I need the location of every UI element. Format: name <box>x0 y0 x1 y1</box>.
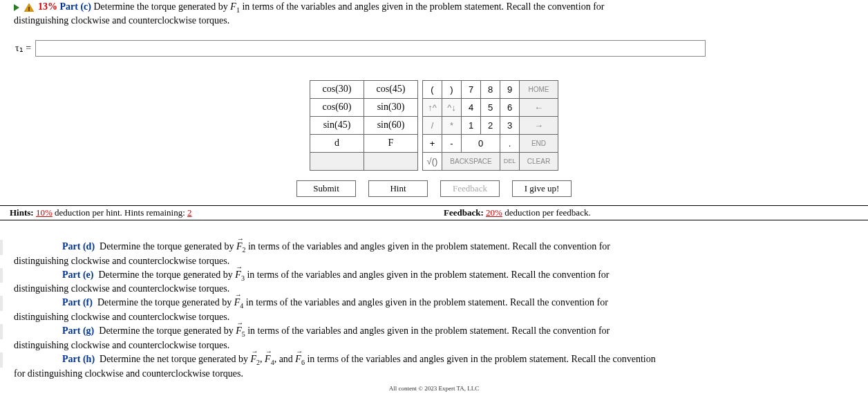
action-buttons-row: Submit Hint Feedback I give up! <box>0 180 868 197</box>
hints-info: Hints: 10% deduction per hint. Hints rem… <box>0 207 434 218</box>
key-del[interactable]: DEL <box>500 152 520 170</box>
key-cos60[interactable]: cos(60) <box>310 98 364 116</box>
keypad-area: cos(30) cos(45) cos(60) sin(30) sin(45) … <box>0 80 868 171</box>
part-f-continuation: distinguishing clockwise and countercloc… <box>0 312 868 324</box>
key-cos45[interactable]: cos(45) <box>364 80 418 98</box>
part-c-header: ! 13% Part (c) Determine the torque gene… <box>0 0 868 15</box>
footer-copyright: All content © 2023 Expert TA, LLC <box>0 385 868 392</box>
blank-cell <box>310 152 364 170</box>
key-5[interactable]: 5 <box>481 98 500 116</box>
part-f-row[interactable]: Part (f) Determine the torque generated … <box>0 296 868 311</box>
key-end[interactable]: END <box>520 134 558 152</box>
tau-label: τ₁ = <box>15 42 31 54</box>
part-c-text: Determine the torque generated by F1 in … <box>93 1 604 12</box>
key-sin30[interactable]: sin(30) <box>364 98 418 116</box>
key-minus[interactable]: - <box>442 134 462 152</box>
part-g-row[interactable]: Part (g) Determine the torque generated … <box>0 324 868 339</box>
key-right[interactable]: → <box>520 116 558 134</box>
part-f-text: Determine the torque generated by F4 in … <box>95 297 608 308</box>
answer-input[interactable] <box>35 40 706 57</box>
key-home[interactable]: HOME <box>520 80 558 98</box>
part-g-text: Determine the torque generated by F5 in … <box>97 325 610 336</box>
part-e-text: Determine the torque generated by F3 in … <box>96 270 610 280</box>
part-f-label: Part (f) <box>62 297 93 308</box>
key-3[interactable]: 3 <box>500 116 520 134</box>
key-7[interactable]: 7 <box>462 80 481 98</box>
key-d[interactable]: d <box>310 134 364 152</box>
numeric-keypad: ( ) 7 8 9 HOME ↑^ ^↓ 4 5 6 ← / * 1 2 3 <box>422 80 558 171</box>
key-4[interactable]: 4 <box>462 98 481 116</box>
hint-button[interactable]: Hint <box>368 180 428 197</box>
part-d-text: Determine the torque generated by F2 in … <box>97 241 611 252</box>
answer-input-row: τ₁ = <box>0 37 868 59</box>
key-caret-down[interactable]: ^↓ <box>442 98 462 116</box>
function-keypad: cos(30) cos(45) cos(60) sin(30) sin(45) … <box>310 80 418 171</box>
key-9[interactable]: 9 <box>500 80 520 98</box>
feedback-info: Feedback: 20% deduction per feedback. <box>434 207 868 218</box>
key-left[interactable]: ← <box>520 98 558 116</box>
expand-icon <box>14 4 19 11</box>
key-1[interactable]: 1 <box>462 116 481 134</box>
part-h-text: Determine the net torque generated by F2… <box>97 354 656 364</box>
blank-cell <box>364 152 418 170</box>
key-sin45[interactable]: sin(45) <box>310 116 364 134</box>
key-rparen[interactable]: ) <box>442 80 462 98</box>
key-clear[interactable]: CLEAR <box>520 152 558 170</box>
key-0[interactable]: 0 <box>462 134 500 152</box>
key-slash[interactable]: / <box>423 116 442 134</box>
key-lparen[interactable]: ( <box>423 80 442 98</box>
part-d-continuation: distinguishing clockwise and countercloc… <box>0 256 868 268</box>
part-h-row[interactable]: Part (h) Determine the net torque genera… <box>0 352 868 368</box>
submit-button[interactable]: Submit <box>296 180 356 197</box>
feedback-button[interactable]: Feedback <box>440 180 500 197</box>
key-sqrt[interactable]: √() <box>423 152 442 170</box>
key-6[interactable]: 6 <box>500 98 520 116</box>
part-e-label: Part (e) <box>62 270 93 280</box>
part-d-label: Part (d) <box>62 241 95 252</box>
hints-feedback-row: Hints: 10% deduction per hint. Hints rem… <box>0 205 868 220</box>
part-e-continuation: distinguishing clockwise and countercloc… <box>0 283 868 296</box>
key-F[interactable]: F <box>364 134 418 152</box>
key-star[interactable]: * <box>442 116 462 134</box>
part-c-continuation: distinguishing clockwise and countercloc… <box>0 15 868 32</box>
other-parts-section: Part (d) Determine the torque generated … <box>0 240 868 381</box>
svg-text:!: ! <box>28 6 30 12</box>
part-g-continuation: distinguishing clockwise and countercloc… <box>0 340 868 352</box>
part-e-row[interactable]: Part (e) Determine the torque generated … <box>0 268 868 283</box>
key-sin60[interactable]: sin(60) <box>364 116 418 134</box>
key-8[interactable]: 8 <box>481 80 500 98</box>
key-2[interactable]: 2 <box>481 116 500 134</box>
warning-icon: ! <box>24 3 34 12</box>
part-d-row[interactable]: Part (d) Determine the torque generated … <box>0 240 868 255</box>
giveup-button[interactable]: I give up! <box>512 180 572 197</box>
part-h-continuation: for distinguishing clockwise and counter… <box>0 368 868 381</box>
part-h-label: Part (h) <box>62 354 95 364</box>
key-backspace[interactable]: BACKSPACE <box>442 152 500 170</box>
key-cos30[interactable]: cos(30) <box>310 80 364 98</box>
key-dot[interactable]: . <box>500 134 520 152</box>
part-c-label: Part (c) <box>60 1 94 12</box>
part-c-percent: 13% <box>38 1 57 12</box>
key-caret-up[interactable]: ↑^ <box>423 98 442 116</box>
part-g-label: Part (g) <box>62 325 94 336</box>
key-plus[interactable]: + <box>423 134 442 152</box>
